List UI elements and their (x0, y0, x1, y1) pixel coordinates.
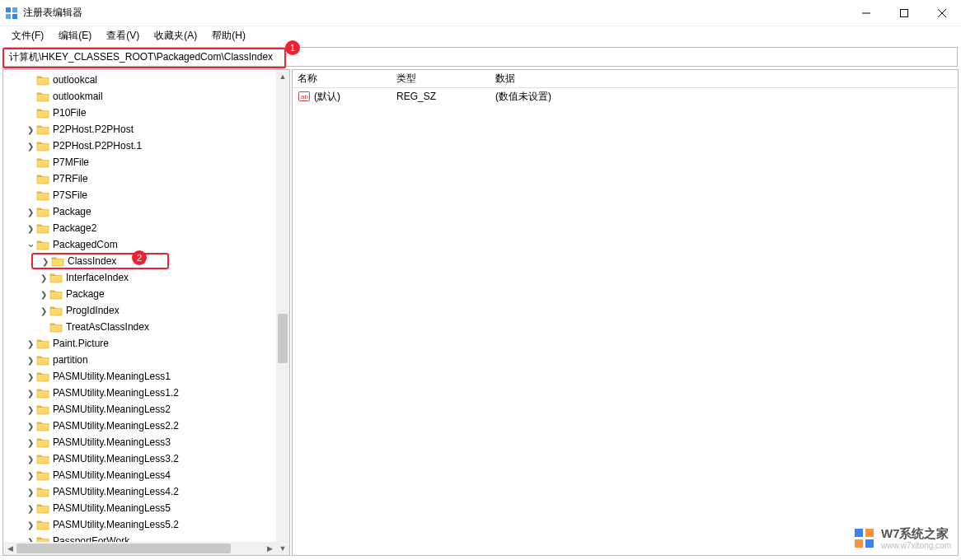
registry-tree[interactable]: outlookcaloutlookmailP10File❯P2PHost.P2P… (3, 70, 276, 542)
expand-icon[interactable]: ❯ (25, 488, 36, 497)
tree-item-label: Paint.Picture (53, 338, 109, 349)
tree-item-pasmutility-meaningless3-2[interactable]: ❯PASMUtility.MeaningLess3.2 (3, 450, 276, 467)
tree-item-p7rfile[interactable]: P7RFile (3, 170, 276, 187)
menu-favorites[interactable]: 收藏夹(A) (148, 27, 204, 44)
tree-item-pasmutility-meaningless4-2[interactable]: ❯PASMUtility.MeaningLess4.2 (3, 483, 276, 500)
scroll-thumb[interactable] (278, 314, 288, 363)
tree-item-pasmutility-meaningless3[interactable]: ❯PASMUtility.MeaningLess3 (3, 434, 276, 450)
svg-text:ab: ab (301, 93, 308, 100)
expand-icon[interactable]: ❯ (25, 455, 36, 464)
expand-icon[interactable]: ❯ (25, 405, 36, 414)
folder-icon (36, 91, 49, 102)
tree-item-pasmutility-meaningless1-2[interactable]: ❯PASMUtility.MeaningLess1.2 (3, 385, 276, 401)
tree-item-label: Package (53, 206, 91, 217)
expand-icon[interactable]: ❯ (38, 273, 49, 282)
tree-item-label: PASMUtility.MeaningLess1 (53, 371, 171, 382)
tree-item-label: outlookcal (53, 74, 97, 86)
scroll-up-icon[interactable]: ▲ (276, 70, 289, 83)
menu-file[interactable]: 文件(F) (5, 27, 50, 44)
folder-icon (36, 124, 49, 135)
menu-edit[interactable]: 编辑(E) (52, 27, 98, 44)
expand-icon[interactable]: ❯ (38, 290, 49, 299)
folder-icon (36, 107, 49, 119)
folder-icon (36, 420, 49, 432)
expand-icon[interactable]: ⌄ (25, 237, 36, 250)
tree-item-pasmutility-meaningless4[interactable]: ❯PASMUtility.MeaningLess4 (3, 467, 276, 483)
expand-icon[interactable]: ❯ (25, 356, 36, 365)
address-bar[interactable]: 计算机\HKEY_CLASSES_ROOT\PackagedCom\ClassI… (3, 47, 958, 67)
content-area: outlookcaloutlookmailP10File❯P2PHost.P2P… (0, 69, 961, 558)
tree-item-pasmutility-meaningless5-2[interactable]: ❯PASMUtility.MeaningLess5.2 (3, 516, 276, 533)
column-type[interactable]: 类型 (391, 69, 490, 88)
expand-icon[interactable]: ❯ (38, 306, 49, 315)
tree-item-outlookcal[interactable]: outlookcal (3, 72, 276, 88)
tree-item-package2[interactable]: ❯Package2 (3, 220, 276, 236)
tree-item-p2phost-p2phost[interactable]: ❯P2PHost.P2PHost (3, 121, 276, 138)
expand-icon[interactable]: ❯ (25, 471, 36, 480)
scroll-down-icon[interactable]: ▼ (276, 542, 289, 555)
scroll-thumb-h[interactable] (16, 544, 231, 553)
svg-rect-10 (855, 529, 863, 537)
tree-item-classindex[interactable]: ❯ClassIndex (33, 254, 120, 268)
tree-item-pasmutility-meaningless2[interactable]: ❯PASMUtility.MeaningLess2 (3, 401, 276, 418)
folder-icon (49, 272, 63, 283)
tree-item-pasmutility-meaningless1[interactable]: ❯PASMUtility.MeaningLess1 (3, 368, 276, 385)
expand-icon[interactable]: ❯ (25, 125, 36, 134)
tree-item-p10file[interactable]: P10File (3, 105, 276, 121)
string-value-icon: ab (298, 91, 311, 102)
expand-icon[interactable]: ❯ (25, 372, 36, 381)
tree-item-label: partition (53, 354, 88, 366)
tree-item-treatasclassindex[interactable]: TreatAsClassIndex (3, 319, 276, 335)
annotation-highlight-2: ❯ClassIndex (31, 253, 169, 269)
folder-icon (49, 288, 63, 300)
menu-help[interactable]: 帮助(H) (205, 27, 252, 44)
folder-icon (36, 535, 49, 542)
value-type: REG_SZ (391, 90, 490, 103)
tree-item-passportforwork[interactable]: ❯PassportForWork (3, 533, 276, 542)
folder-icon (36, 354, 49, 366)
expand-icon[interactable]: ❯ (25, 504, 36, 513)
menubar: 文件(F) 编辑(E) 查看(V) 收藏夹(A) 帮助(H) (0, 26, 961, 44)
column-data[interactable]: 数据 (490, 69, 958, 88)
tree-item-label: P2PHost.P2PHost.1 (53, 140, 142, 152)
tree-scrollbar-vertical[interactable]: ▲ ▼ (276, 70, 289, 555)
expand-icon[interactable]: ❯ (25, 422, 36, 431)
svg-rect-13 (865, 539, 874, 548)
data-pane[interactable]: 名称 类型 数据 ab (默认) REG_SZ (数值未设置) (292, 69, 959, 556)
scroll-left-icon[interactable]: ◀ (3, 542, 16, 555)
expand-icon[interactable]: ❯ (40, 257, 51, 266)
svg-rect-2 (6, 14, 11, 19)
close-button[interactable] (923, 0, 961, 26)
scroll-right-icon[interactable]: ▶ (263, 542, 276, 555)
tree-item-package[interactable]: ❯Package (3, 203, 276, 220)
expand-icon[interactable]: ❯ (25, 224, 36, 233)
tree-item-paint-picture[interactable]: ❯Paint.Picture (3, 335, 276, 352)
scroll-track[interactable] (276, 83, 289, 542)
tree-item-pasmutility-meaningless5[interactable]: ❯PASMUtility.MeaningLess5 (3, 500, 276, 516)
tree-item-outlookmail[interactable]: outlookmail (3, 88, 276, 105)
data-row[interactable]: ab (默认) REG_SZ (数值未设置) (293, 88, 958, 105)
tree-item-label: PASMUtility.MeaningLess3 (53, 436, 171, 448)
tree-item-p2phost-p2phost-1[interactable]: ❯P2PHost.P2PHost.1 (3, 138, 276, 154)
column-name[interactable]: 名称 (293, 69, 391, 88)
expand-icon[interactable]: ❯ (25, 142, 36, 151)
expand-icon[interactable]: ❯ (25, 438, 36, 447)
expand-icon[interactable]: ❯ (25, 389, 36, 398)
tree-scrollbar-horizontal[interactable]: ◀ ▶ (3, 542, 276, 555)
tree-item-pasmutility-meaningless2-2[interactable]: ❯PASMUtility.MeaningLess2.2 (3, 418, 276, 434)
minimize-button[interactable] (847, 0, 885, 26)
tree-item-partition[interactable]: ❯partition (3, 352, 276, 368)
tree-pane[interactable]: outlookcaloutlookmailP10File❯P2PHost.P2P… (2, 69, 290, 556)
tree-item-progidindex[interactable]: ❯ProgIdIndex (3, 302, 276, 319)
folder-icon (36, 338, 49, 349)
expand-icon[interactable]: ❯ (25, 339, 36, 348)
scroll-track-h[interactable] (16, 542, 263, 555)
expand-icon[interactable]: ❯ (25, 520, 36, 530)
tree-item-p7mfile[interactable]: P7MFile (3, 154, 276, 170)
tree-item-package[interactable]: ❯Package (3, 286, 276, 302)
tree-item-interfaceindex[interactable]: ❯InterfaceIndex (3, 269, 276, 286)
menu-view[interactable]: 查看(V) (100, 27, 146, 44)
expand-icon[interactable]: ❯ (25, 208, 36, 217)
tree-item-p7sfile[interactable]: P7SFile (3, 187, 276, 203)
maximize-button[interactable] (885, 0, 923, 26)
